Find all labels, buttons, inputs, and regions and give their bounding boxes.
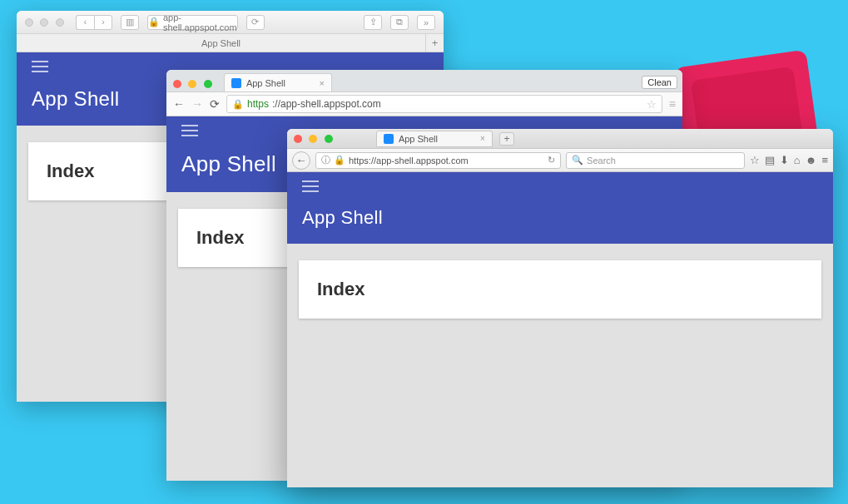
minimize-icon[interactable]: [188, 80, 196, 88]
info-icon[interactable]: ⓘ: [321, 154, 330, 166]
tab-app-shell[interactable]: App Shell: [17, 34, 425, 52]
favicon-icon: [231, 78, 241, 88]
search-placeholder: Search: [587, 156, 616, 166]
reload-button[interactable]: ⟳: [246, 15, 265, 30]
app-header: App Shell: [287, 172, 833, 244]
content-card: Index: [299, 260, 821, 319]
tab-app-shell[interactable]: App Shell ×: [376, 131, 493, 147]
back-button[interactable]: ←: [292, 151, 310, 170]
url-rest: ://app-shell.appspot.com: [272, 98, 381, 110]
minimize-icon[interactable]: [40, 18, 48, 27]
close-icon[interactable]: [25, 18, 33, 27]
search-bar[interactable]: 🔍 Search: [566, 152, 745, 169]
bookmark-icon[interactable]: ☆: [750, 154, 760, 166]
chrome-tabbar: App Shell × Clean: [166, 70, 682, 91]
downloads-icon[interactable]: ⬇: [780, 154, 789, 166]
maximize-icon[interactable]: [325, 135, 333, 143]
reload-button[interactable]: ↻: [548, 155, 555, 166]
page-content: App Shell Index: [287, 172, 833, 487]
more-button[interactable]: »: [417, 15, 435, 30]
address-bar[interactable]: ⓘ 🔒 https://app-shell.appspot.com ↻: [315, 152, 561, 169]
tab-title: App Shell: [246, 78, 285, 88]
close-icon[interactable]: [294, 135, 302, 143]
reading-list-icon[interactable]: ▤: [765, 154, 775, 166]
address-bar[interactable]: 🔒 https://app-shell.appspot.com ☆: [226, 95, 662, 113]
sidebar-button[interactable]: ▥: [121, 15, 139, 30]
tab-strip: App Shell +: [17, 34, 444, 52]
back-button[interactable]: ‹: [76, 15, 94, 30]
window-controls[interactable]: [173, 77, 216, 91]
maximize-icon[interactable]: [56, 18, 64, 27]
firefox-tabbar: App Shell × +: [287, 129, 833, 149]
reload-button[interactable]: ⟳: [210, 97, 220, 111]
maximize-icon[interactable]: [204, 80, 212, 88]
lock-icon: 🔒: [334, 155, 345, 166]
close-tab-icon[interactable]: ×: [480, 134, 485, 143]
hamburger-icon[interactable]: [302, 180, 319, 192]
pocket-icon[interactable]: ☻: [806, 154, 817, 166]
clean-button[interactable]: Clean: [642, 76, 677, 89]
search-icon: 🔍: [572, 155, 583, 166]
close-icon[interactable]: [173, 80, 181, 88]
app-title: App Shell: [302, 207, 818, 229]
card-heading: Index: [317, 279, 803, 300]
hamburger-icon[interactable]: [181, 125, 198, 136]
lock-icon: 🔒: [148, 17, 160, 27]
url-text: https://app-shell.appspot.com: [349, 156, 469, 166]
back-button[interactable]: ←: [173, 97, 185, 111]
window-controls[interactable]: [294, 131, 336, 146]
firefox-menu-icon[interactable]: ≡: [821, 154, 828, 166]
address-bar[interactable]: 🔒 app-shell.appspot.com: [147, 15, 238, 30]
new-tab-button[interactable]: +: [425, 34, 444, 52]
safari-toolbar: ‹ › ▥ 🔒 app-shell.appspot.com ⟳ ⇪ ⧉ »: [17, 11, 444, 34]
hamburger-icon[interactable]: [32, 61, 48, 72]
firefox-urlbar: ← ⓘ 🔒 https://app-shell.appspot.com ↻ 🔍 …: [287, 149, 833, 172]
bookmark-icon[interactable]: ☆: [647, 98, 657, 111]
share-button[interactable]: ⇪: [364, 15, 382, 30]
minimize-icon[interactable]: [309, 135, 317, 143]
close-tab-icon[interactable]: ×: [319, 78, 324, 88]
url-scheme: https: [247, 98, 269, 110]
home-icon[interactable]: ⌂: [794, 154, 801, 166]
tab-title: App Shell: [399, 134, 438, 144]
forward-button[interactable]: ›: [94, 15, 112, 30]
new-tab-button[interactable]: +: [499, 132, 514, 146]
window-controls[interactable]: [25, 15, 67, 30]
chrome-menu-icon[interactable]: ≡: [669, 97, 676, 111]
favicon-icon: [384, 134, 394, 144]
tabs-button[interactable]: ⧉: [390, 15, 409, 30]
url-text: app-shell.appspot.com: [163, 12, 237, 32]
lock-icon: 🔒: [232, 99, 244, 110]
forward-button[interactable]: →: [191, 97, 203, 111]
chrome-urlbar: ← → ⟳ 🔒 https://app-shell.appspot.com ☆ …: [166, 91, 682, 116]
tab-app-shell[interactable]: App Shell ×: [224, 73, 332, 91]
firefox-window: App Shell × + ← ⓘ 🔒 https://app-shell.ap…: [287, 129, 833, 487]
